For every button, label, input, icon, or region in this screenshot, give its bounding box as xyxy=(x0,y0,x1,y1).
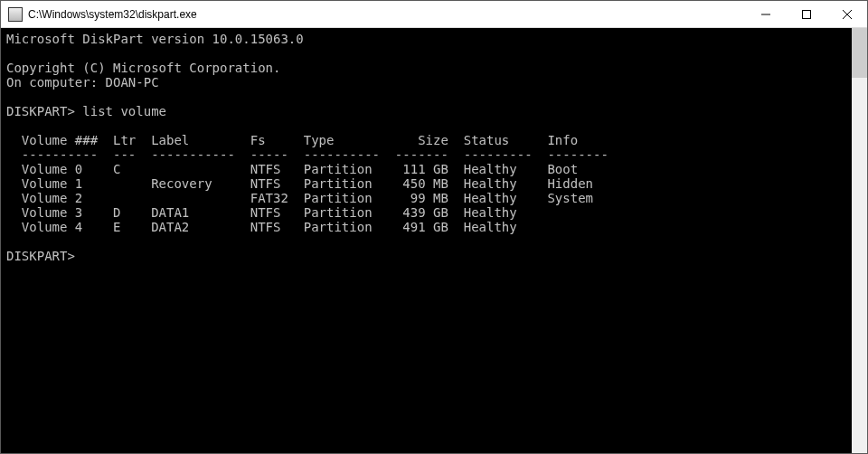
close-icon xyxy=(843,10,852,19)
maximize-icon xyxy=(802,10,811,19)
client-area: Microsoft DiskPart version 10.0.15063.0 … xyxy=(1,28,867,453)
titlebar[interactable]: C:\Windows\system32\diskpart.exe xyxy=(1,1,867,28)
window-title: C:\Windows\system32\diskpart.exe xyxy=(28,8,745,21)
app-window: C:\Windows\system32\diskpart.exe Microso… xyxy=(0,0,868,454)
vertical-scrollbar[interactable] xyxy=(852,28,867,453)
terminal-output[interactable]: Microsoft DiskPart version 10.0.15063.0 … xyxy=(1,28,852,453)
app-icon xyxy=(8,7,23,22)
minimize-button[interactable] xyxy=(745,1,786,27)
window-controls xyxy=(745,1,867,27)
scrollbar-thumb[interactable] xyxy=(852,28,867,78)
close-button[interactable] xyxy=(826,1,867,27)
svg-rect-0 xyxy=(802,10,810,18)
minimize-icon xyxy=(761,10,770,19)
maximize-button[interactable] xyxy=(786,1,826,27)
